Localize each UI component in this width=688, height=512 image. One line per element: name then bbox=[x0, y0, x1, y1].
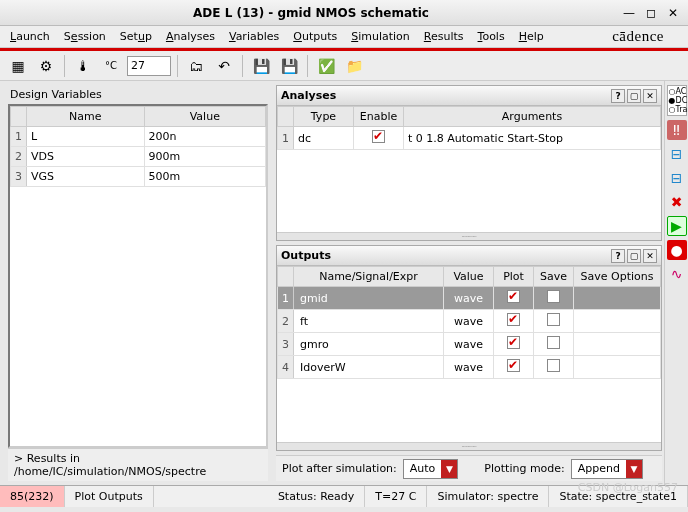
plot-mode-combo[interactable]: Append▼ bbox=[571, 459, 643, 479]
separator bbox=[307, 55, 308, 77]
separator bbox=[177, 55, 178, 77]
save-checkbox[interactable] bbox=[547, 359, 560, 372]
close-panel-icon[interactable]: ✕ bbox=[643, 89, 657, 103]
save-checkbox[interactable] bbox=[547, 290, 560, 303]
design-variables-title: Design Variables bbox=[8, 85, 268, 104]
hierarchy-icon[interactable]: ⊟ bbox=[667, 144, 687, 164]
plot-mode-label: Plotting mode: bbox=[484, 462, 564, 475]
expand-icon[interactable]: ▢ bbox=[627, 89, 641, 103]
mouse-coords: 85(232) bbox=[0, 486, 65, 507]
menu-setup[interactable]: Setup bbox=[120, 30, 152, 43]
record-icon[interactable]: ● bbox=[667, 240, 687, 260]
run-icon[interactable]: ▶ bbox=[667, 216, 687, 236]
separator bbox=[242, 55, 243, 77]
design-variables-panel: NameValue 1L200n2VDS900m3VGS500m bbox=[8, 104, 268, 448]
plot-options-bar: Plot after simulation: Auto▼ Plotting mo… bbox=[276, 455, 662, 481]
menu-launch[interactable]: Launch bbox=[10, 30, 50, 43]
menu-simulation[interactable]: Simulation bbox=[351, 30, 410, 43]
menu-analyses[interactable]: Analyses bbox=[166, 30, 215, 43]
table-row[interactable]: 3gmrowave bbox=[278, 333, 661, 356]
status-hint: Plot Outputs bbox=[65, 486, 154, 507]
resize-handle[interactable]: ┈┈┈ bbox=[277, 232, 661, 240]
expand-icon[interactable]: ▢ bbox=[627, 249, 641, 263]
status-simulator: Simulator: spectre bbox=[427, 486, 549, 507]
table-row[interactable]: 4IdoverWwave bbox=[278, 356, 661, 379]
status-state: State: spectre_state1 bbox=[549, 486, 688, 507]
table-row[interactable]: 2ftwave bbox=[278, 310, 661, 333]
close-button[interactable]: ✕ bbox=[666, 6, 680, 20]
analyses-panel: Analyses ? ▢ ✕ TypeEnableArguments 1dct … bbox=[276, 85, 662, 241]
table-row[interactable]: 1L200n bbox=[11, 127, 266, 147]
menu-outputs[interactable]: Outputs bbox=[293, 30, 337, 43]
thermometer-icon[interactable]: 🌡 bbox=[71, 54, 95, 78]
enable-checkbox[interactable] bbox=[372, 130, 385, 143]
menu-tools[interactable]: Tools bbox=[478, 30, 505, 43]
minimize-button[interactable]: — bbox=[622, 6, 636, 20]
analyses-table: TypeEnableArguments 1dct 0 1.8 Automatic… bbox=[277, 106, 661, 150]
menubar: Launch Session Setup Analyses Variables … bbox=[0, 26, 688, 48]
status-ready: Status: Ready bbox=[268, 486, 365, 507]
folder-icon[interactable]: 📁 bbox=[342, 54, 366, 78]
titlebar: ADE L (13) - gmid NMOS schematic — ◻ ✕ bbox=[0, 0, 688, 26]
temperature-input[interactable] bbox=[127, 56, 171, 76]
save-checkbox[interactable] bbox=[547, 313, 560, 326]
save-icon[interactable]: 💾 bbox=[249, 54, 273, 78]
analyses-title: Analyses bbox=[281, 89, 336, 102]
brand-logo: cādence bbox=[612, 28, 664, 45]
plot-checkbox[interactable] bbox=[507, 336, 520, 349]
resize-handle[interactable]: ┈┈┈ bbox=[277, 442, 661, 450]
layers-icon[interactable]: 🗂 bbox=[184, 54, 208, 78]
hierarchy2-icon[interactable]: ⊟ bbox=[667, 168, 687, 188]
waveform-icon[interactable]: ∿ bbox=[667, 264, 687, 284]
back-icon[interactable]: ↶ bbox=[212, 54, 236, 78]
col-name: Name bbox=[27, 107, 145, 127]
outputs-table: Name/Signal/Expr Value Plot Save Save Op… bbox=[277, 266, 661, 379]
table-row[interactable]: 2VDS900m bbox=[11, 147, 266, 167]
delete-icon[interactable]: ✖ bbox=[667, 192, 687, 212]
save-state-icon[interactable]: 💾 bbox=[277, 54, 301, 78]
status-temp: T=27 C bbox=[365, 486, 427, 507]
plot-checkbox[interactable] bbox=[507, 313, 520, 326]
menu-results[interactable]: Results bbox=[424, 30, 464, 43]
temp-unit-label: °C bbox=[99, 54, 123, 78]
chevron-down-icon[interactable]: ▼ bbox=[441, 460, 457, 478]
maximize-button[interactable]: ◻ bbox=[644, 6, 658, 20]
gear-icon[interactable]: ⚙ bbox=[34, 54, 58, 78]
table-row[interactable]: 3VGS500m bbox=[11, 167, 266, 187]
menu-variables[interactable]: Variables bbox=[229, 30, 279, 43]
save-checkbox[interactable] bbox=[547, 336, 560, 349]
outputs-title: Outputs bbox=[281, 249, 331, 262]
plot-checkbox[interactable] bbox=[507, 359, 520, 372]
chevron-down-icon[interactable]: ▼ bbox=[626, 460, 642, 478]
netlist-icon[interactable]: ▦ bbox=[6, 54, 30, 78]
right-sidebar: ○AC ●DC ○Trans ‼ ⊟ ⊟ ✖ ▶ ● ∿ bbox=[664, 81, 688, 485]
main-area: Design Variables NameValue 1L200n2VDS900… bbox=[0, 81, 688, 485]
table-row[interactable]: 1gmidwave bbox=[278, 287, 661, 310]
toolbar: ▦ ⚙ 🌡 °C 🗂 ↶ 💾 💾 ✅ 📁 bbox=[0, 51, 688, 81]
window-title: ADE L (13) - gmid NMOS schematic bbox=[8, 6, 614, 20]
design-variables-table: NameValue 1L200n2VDS900m3VGS500m bbox=[10, 106, 266, 187]
plot-checkbox[interactable] bbox=[507, 290, 520, 303]
left-column: Design Variables NameValue 1L200n2VDS900… bbox=[0, 81, 272, 485]
plot-after-label: Plot after simulation: bbox=[282, 462, 397, 475]
results-path: > Results in /home/IC/simulation/NMOS/sp… bbox=[8, 448, 268, 481]
plot-after-combo[interactable]: Auto▼ bbox=[403, 459, 459, 479]
info-icon[interactable]: ‼ bbox=[667, 120, 687, 140]
close-panel-icon[interactable]: ✕ bbox=[643, 249, 657, 263]
table-row[interactable]: 1dct 0 1.8 Automatic Start-Stop bbox=[278, 127, 661, 150]
analysis-mode-indicator[interactable]: ○AC ●DC ○Trans bbox=[667, 85, 687, 116]
help-icon[interactable]: ? bbox=[611, 249, 625, 263]
col-value: Value bbox=[144, 107, 265, 127]
check-note-icon[interactable]: ✅ bbox=[314, 54, 338, 78]
menu-help[interactable]: Help bbox=[519, 30, 544, 43]
help-icon[interactable]: ? bbox=[611, 89, 625, 103]
separator bbox=[64, 55, 65, 77]
outputs-panel: Outputs ? ▢ ✕ Name/Signal/Expr Value Plo… bbox=[276, 245, 662, 451]
statusbar: 85(232) Plot Outputs Status: Ready T=27 … bbox=[0, 485, 688, 507]
menu-session[interactable]: Session bbox=[64, 30, 106, 43]
